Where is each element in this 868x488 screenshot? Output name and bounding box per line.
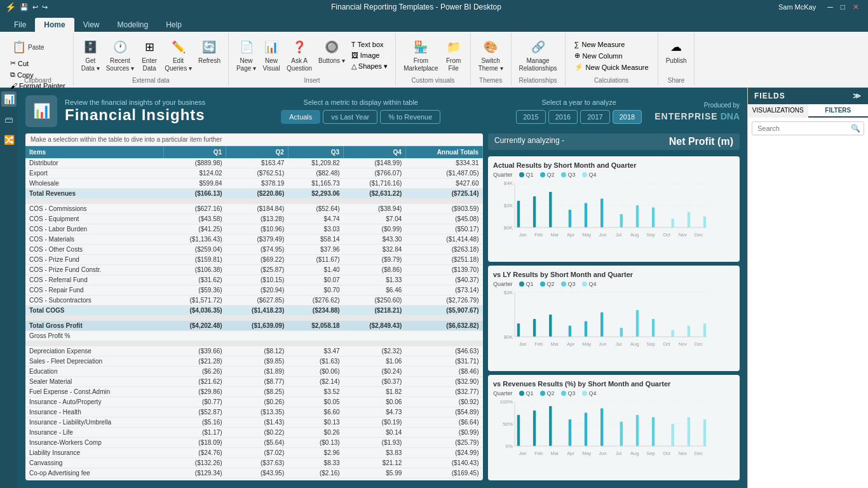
- table-row[interactable]: COS - Commissions($627.16)($184.84)($52.…: [25, 204, 483, 214]
- metric-percentrevenue-button[interactable]: % to Revenue: [380, 110, 440, 124]
- nav-model-icon[interactable]: 🔀: [1, 132, 17, 147]
- table-row[interactable]: COS - Labor Burden($41.25)($10.96)$3.03(…: [25, 224, 483, 234]
- new-visual-label: NewVisual: [263, 57, 280, 72]
- table-row[interactable]: Direct Advertising Expense($363.51)($80.…: [25, 478, 483, 481]
- table-row[interactable]: Co-op Advertising fee($129.34)($43.95)($…: [25, 468, 483, 478]
- table-row[interactable]: COS - Prize Fund Constr.($106.38)($25.87…: [25, 265, 483, 275]
- svg-text:Feb: Feb: [534, 451, 543, 456]
- table-row[interactable]: Wholesale$599.84$378.19$1,165.73($1,716.…: [25, 179, 483, 189]
- year-2016-button[interactable]: 2016: [548, 110, 578, 124]
- cut-button[interactable]: ✂Cut: [8, 58, 31, 69]
- year-2018-button[interactable]: 2018: [613, 110, 642, 124]
- table-row[interactable]: Insurance - Auto/Property($0.77)($0.26)$…: [25, 397, 483, 407]
- table-row[interactable]: Sealer Material($21.62)($8.77)($2.14)($0…: [25, 377, 483, 387]
- share-label: Share: [668, 77, 685, 84]
- tab-file[interactable]: File: [5, 18, 35, 32]
- table-row[interactable]: COS - Other Costs($259.04)($74.95)$37.96…: [25, 245, 483, 255]
- get-data-button[interactable]: 🗄️ GetData ▾: [79, 37, 102, 74]
- refresh-button[interactable]: 🔄 Refresh: [196, 37, 223, 66]
- table-row[interactable]: COS - Prize Fund($159.81)($69.22)($11.67…: [25, 255, 483, 265]
- new-column-button[interactable]: ⊕ New Column: [571, 50, 653, 61]
- svg-text:Mar: Mar: [550, 341, 559, 347]
- from-marketplace-button[interactable]: 🏪 FromMarketplace: [401, 37, 440, 74]
- svg-rect-54: [672, 330, 674, 337]
- table-row[interactable]: COS - Referral Fund($31.62)($10.15)$0.07…: [25, 275, 483, 285]
- legend-q4: Q4: [582, 172, 597, 178]
- table-row[interactable]: Fuel Expense - Const.Admin($29.86)($8.25…: [25, 387, 483, 397]
- enter-data-button[interactable]: ⊞ EnterData: [138, 37, 161, 74]
- svg-text:Oct: Oct: [663, 232, 671, 238]
- svg-rect-12: [569, 210, 571, 227]
- nav-data-icon[interactable]: 🗃: [1, 112, 17, 127]
- text-box-button[interactable]: T Text box: [349, 39, 390, 50]
- new-page-button[interactable]: 📄 NewPage ▾: [234, 37, 259, 74]
- logo-icon: 📊: [33, 103, 50, 119]
- svg-text:Feb: Feb: [534, 232, 543, 238]
- new-visual-button[interactable]: 📊 NewVisual: [260, 37, 283, 74]
- table-row[interactable]: Insurance - Liability/Umbrella($5.16)($1…: [25, 417, 483, 428]
- svg-rect-46: [600, 313, 603, 337]
- table-row[interactable]: Liability Insurance($24.76)($7.02)$2.96$…: [25, 448, 483, 458]
- buttons-button[interactable]: 🔘 Buttons ▾: [316, 37, 348, 66]
- table-row[interactable]: COS - Equipment($43.58)($13.28)$4.74$7.0…: [25, 214, 483, 224]
- table-row[interactable]: Export$124.02($762.51)($82.48)($766.07)(…: [25, 168, 483, 179]
- search-input[interactable]: [752, 121, 864, 135]
- edit-queries-button[interactable]: ✏️ EditQueries ▾: [162, 37, 194, 74]
- table-row[interactable]: Insurance - Health($52.87)($13.35)$6.60$…: [25, 407, 483, 417]
- undo-icon[interactable]: ↩: [32, 3, 38, 11]
- table-row[interactable]: Sales - Fleet Depreciation($21.28)($9.85…: [25, 356, 483, 367]
- table-row[interactable]: COS - Repair Fund($59.36)($20.94)$0.70$6…: [25, 285, 483, 295]
- table-row[interactable]: Depreciation Expense($39.66)($8.12)$3.47…: [25, 346, 483, 356]
- ask-question-button[interactable]: ❓ Ask AQuestion: [284, 37, 315, 74]
- table-row[interactable]: Total COGS($4,036.35)($1,418.23)($234.88…: [25, 306, 483, 316]
- maximize-button[interactable]: □: [837, 3, 849, 11]
- minimize-button[interactable]: ─: [824, 3, 837, 11]
- text-box-icon: T: [351, 41, 356, 48]
- from-file-button[interactable]: 📁 FromFile: [442, 37, 465, 74]
- metric-vslastyear-button[interactable]: vs Last Year: [323, 110, 377, 124]
- tab-home[interactable]: Home: [35, 18, 74, 32]
- quick-access-toolbar: 💾 ↩ ↪: [20, 3, 48, 11]
- switch-theme-button[interactable]: 🎨 SwitchTheme ▾: [476, 37, 506, 74]
- table-row[interactable]: Insurance - Life($1.17)($0.22)$0.26$0.14…: [25, 428, 483, 438]
- svg-rect-80: [620, 422, 623, 447]
- manage-relationships-button[interactable]: 🔗 ManageRelationships: [517, 37, 560, 74]
- table-row[interactable]: Total Gross Profit($4,202.48)($1,639.09)…: [25, 321, 483, 331]
- year-2017-button[interactable]: 2017: [580, 110, 609, 124]
- new-quick-measure-icon: ⚡: [574, 63, 583, 71]
- financial-data-table: Items Q1 Q2 Q3 Q4 Annual Totals Distribu…: [25, 146, 483, 480]
- tab-view[interactable]: View: [74, 18, 109, 32]
- tab-visualizations[interactable]: VISUALIZATIONS: [748, 104, 808, 118]
- table-row[interactable]: COS - Materials($1,136.43)($379.49)$58.1…: [25, 234, 483, 245]
- tab-help[interactable]: Help: [157, 18, 191, 32]
- svg-rect-50: [636, 310, 639, 337]
- metric-actuals-button[interactable]: Actuals: [281, 110, 320, 124]
- shapes-button[interactable]: △ Shapes ▾: [349, 61, 390, 72]
- tab-filters[interactable]: FILTERS: [808, 104, 869, 118]
- table-row[interactable]: COS - Subcontractors($1,571.72)($627.85)…: [25, 295, 483, 306]
- redo-icon[interactable]: ↪: [42, 3, 48, 11]
- table-row[interactable]: Insurance-Workers Comp($18.09)($5.64)($0…: [25, 438, 483, 448]
- table-wrapper[interactable]: Items Q1 Q2 Q3 Q4 Annual Totals Distribu…: [25, 146, 483, 480]
- publish-button[interactable]: ☁ Publish: [663, 37, 689, 66]
- image-button[interactable]: 🖼 Image: [349, 50, 390, 60]
- save-icon[interactable]: 💾: [20, 3, 29, 11]
- svg-text:50%: 50%: [503, 421, 513, 427]
- recent-sources-button[interactable]: 🕐 RecentSources ▾: [104, 37, 137, 74]
- year-2015-button[interactable]: 2015: [516, 110, 545, 124]
- table-row[interactable]: Gross Profit %: [25, 331, 483, 341]
- table-row[interactable]: Education($6.26)($1.89)($0.06)($0.24)($8…: [25, 367, 483, 377]
- paste-button[interactable]: 📋 Paste: [8, 37, 47, 57]
- chart3-area: 100%50%0%JanFebMarAprMayJunJulAugSepOctN…: [493, 399, 735, 475]
- switch-theme-label: SwitchTheme ▾: [478, 57, 503, 72]
- panel-collapse-icon[interactable]: ≫: [853, 92, 862, 100]
- svg-text:$4K: $4K: [504, 180, 513, 186]
- new-measure-button[interactable]: ∑ New Measure: [571, 39, 653, 50]
- tab-modeling[interactable]: Modeling: [108, 18, 157, 32]
- table-row[interactable]: Total Revenues($166.13)($220.86)$2,293.0…: [25, 189, 483, 199]
- close-button[interactable]: ✕: [849, 3, 863, 11]
- table-row[interactable]: Distributor($889.98)$163.47$1,209.82($14…: [25, 158, 483, 168]
- new-quick-measure-button[interactable]: ⚡ New Quick Measure: [571, 62, 653, 72]
- svg-rect-6: [517, 201, 520, 227]
- table-row[interactable]: Canvassing($132.26)($37.63)$8.33$21.12($…: [25, 458, 483, 468]
